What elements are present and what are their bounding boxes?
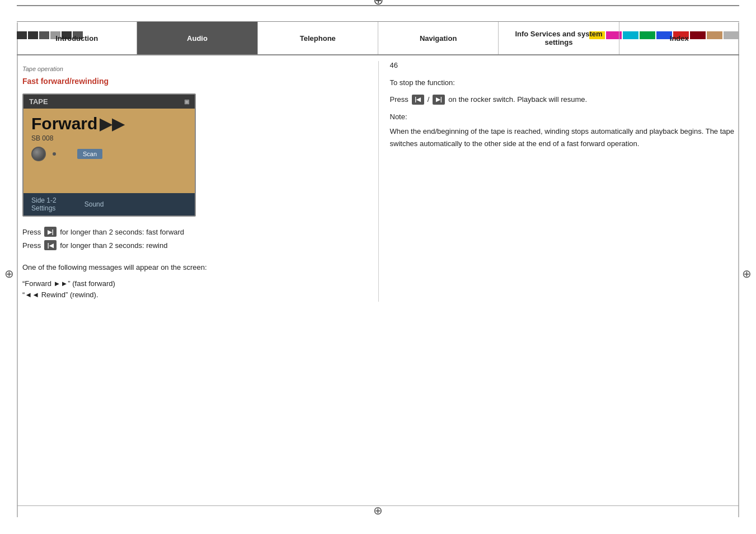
compass-bottom: ⊕	[373, 504, 383, 517]
left-rule	[17, 22, 18, 517]
note-label: Note:	[390, 111, 740, 123]
press-rewind-line: Press |◀ for longer than 2 seconds: rewi…	[22, 240, 356, 250]
slash: /	[428, 95, 430, 104]
left-column: Tape operation Fast forward/rewinding TA…	[17, 61, 378, 302]
press-rewind-desc: for longer than 2 seconds: rewind	[60, 241, 167, 250]
tape-settings-label: Settings	[31, 204, 57, 212]
nav-audio[interactable]: Audio	[137, 22, 257, 54]
rewind-btn-icon: |◀	[44, 240, 57, 250]
tape-forward-arrows: ▶▶	[100, 115, 124, 133]
tape-sb-label: SB 008	[31, 134, 187, 142]
press-word-1: Press	[22, 228, 41, 236]
one-of-following-text: One of the following messages will appea…	[22, 262, 356, 274]
nav-navigation[interactable]: Navigation	[378, 22, 499, 54]
press-forward-line: Press ▶| for longer than 2 seconds: fast…	[22, 227, 356, 237]
tape-screen-body: Forward ▶▶ SB 008 Scan	[24, 109, 195, 169]
stop-back-icon: |◀	[412, 95, 424, 105]
note-text: When the end/beginning of the tape is re…	[390, 125, 740, 150]
right-column: 46 To stop the function: Press |◀ / ▶| o…	[378, 61, 740, 302]
stop-desc3: on the rocker switch. Playback will resu…	[448, 95, 587, 104]
nav-introduction[interactable]: Introduction	[17, 22, 137, 54]
tape-knob-dot	[53, 152, 56, 156]
crosshair-right: ⊕	[742, 267, 752, 280]
forward-btn-icon: ▶|	[44, 227, 57, 237]
tape-screen-header: TAPE ▣	[24, 95, 195, 109]
nav-index[interactable]: Index	[619, 22, 739, 54]
tape-forward-label: Forward ▶▶	[31, 114, 187, 133]
page-number: 46	[390, 61, 740, 69]
rewind-msg: “◄◄ Rewind” (rewind).	[22, 291, 356, 299]
bottom-bar: ⊕	[0, 504, 756, 517]
right-rule	[738, 22, 739, 517]
tape-label: TAPE	[29, 97, 48, 106]
stop-fwd-icon: ▶|	[433, 95, 445, 105]
press-word-2: Press	[22, 241, 41, 250]
tape-screen: TAPE ▣ Forward ▶▶ SB 008 Scan Side 1-2	[22, 93, 196, 217]
tape-dark-strip: Side 1-2 Settings Sound	[24, 193, 195, 216]
nav-info-services[interactable]: Info Services and system settings	[499, 22, 619, 54]
press-stop-line: Press |◀ / ▶| on the rocker switch. Play…	[390, 95, 740, 105]
page-content: Tape operation Fast forward/rewinding TA…	[17, 55, 739, 302]
compass-top: ⊕	[373, 0, 383, 8]
press-forward-desc: for longer than 2 seconds: fast forward	[60, 228, 184, 236]
tape-knobs: Scan	[31, 147, 187, 161]
section-label: Tape operation	[22, 61, 356, 72]
tape-icon: ▣	[184, 99, 189, 105]
tape-scan-button[interactable]: Scan	[77, 149, 102, 159]
tape-sound-label: Sound	[84, 200, 104, 208]
nav-bar: Introduction Audio Telephone Navigation …	[17, 22, 739, 55]
nav-telephone[interactable]: Telephone	[258, 22, 378, 54]
stop-label: To stop the function:	[390, 77, 740, 89]
tape-knob-left	[31, 147, 46, 161]
press-word-3: Press	[390, 95, 408, 104]
crosshair-left: ⊕	[4, 267, 14, 280]
forward-msg: “Forward ►►” (fast forward)	[22, 279, 356, 288]
tape-side-label: Side 1-2	[31, 196, 57, 204]
section-title: Fast forward/rewinding	[22, 77, 356, 86]
